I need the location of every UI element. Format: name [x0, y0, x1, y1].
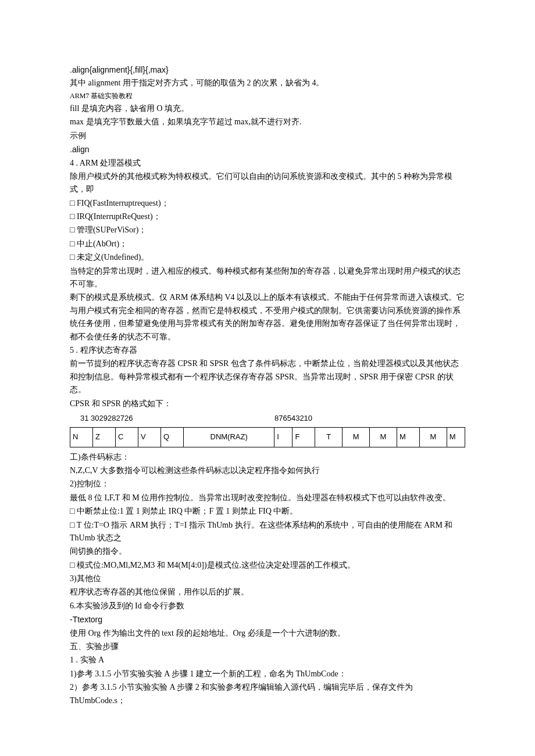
text: 工)条件码标志： [70, 451, 465, 464]
text: CPSR 和 SPSR 的格式如下： [70, 397, 465, 410]
text: 除用户模式外的其他模式称为特权模式。它们可以自由的访问系统资源和改变模式。其中的… [70, 170, 465, 196]
cell-m1: M [370, 427, 397, 447]
list-item: □ 管理(SUPerViSor)； [70, 224, 465, 237]
text: 示例 [70, 130, 465, 142]
text: 当特定的异常出现时，进入相应的模式。每种模式都有某些附加的寄存器，以避免异常出现… [70, 265, 465, 291]
text: 程序状态寄存器的其他位保留，用作以后的扩展。 [70, 586, 465, 599]
text: 剩下的模式是系统模式。仅 ARM 体系结构 V4 以及以上的版本有该模式。不能由… [70, 291, 465, 343]
heading: 5 . 程序状态寄存器 [70, 344, 465, 357]
section-heading: 五、实验步骤 [70, 640, 465, 653]
text: 最低 8 位 I,F,T 和 M 位用作控制位。当异常出现时改变控制位。当处理器… [70, 492, 465, 504]
heading: 1 . 实验 A [70, 654, 465, 667]
text: 2）参考 3.1.5 小节实验实验 A 步骤 2 和实验参考程序编辑输入源代码，… [70, 681, 465, 707]
list-item: □ 中断禁止位:1 置 1 则禁止 IRQ 中断；F 置 1 则禁止 FIQ 中… [70, 505, 465, 518]
cell-c: C [116, 427, 138, 447]
list-item: □ 中止(AbOrt)； [70, 238, 465, 250]
cell-t: T [315, 427, 343, 447]
code-line: .align{alignment}{,fill}{,max} [70, 63, 465, 76]
text: 前一节提到的程序状态寄存器 CPSR 和 SPSR 包含了条件码标志，中断禁止位… [70, 357, 465, 396]
text: 2)控制位： [70, 478, 465, 490]
code-line: -Ttextorg [70, 613, 465, 626]
heading: 4 . ARM 处理器模式 [70, 157, 465, 170]
bits-left: 31 3029282726 [80, 413, 133, 425]
subtitle: ARM7 基础实验教程 [70, 91, 465, 102]
table-header: 31 3029282726 876543210 [70, 413, 465, 425]
list-item: □ IRQ(InterruptReQuest)； [70, 210, 465, 223]
text: fill 是填充内容，缺省用 O 填充。 [70, 102, 465, 115]
cpsr-table: N Z C V Q DNM(RAZ) I F T M M M M M [70, 427, 465, 447]
table-row: N Z C V Q DNM(RAZ) I F T M M M M M [70, 427, 465, 447]
text: 1)参考 3.1.5 小节实验实验 A 步骤 1 建立一个新的工程，命名为 Th… [70, 668, 465, 680]
code-line: .align [70, 143, 465, 156]
text: max 是填充字节数最大值，如果填充字节超过 max,就不进行对齐. [70, 116, 465, 128]
list-item: □ 模式位:MO,Ml,M2,M3 和 M4(M[4:0])是模式位.这些位决定… [70, 559, 465, 572]
cell-dnm: DNM(RAZ) [184, 427, 274, 447]
cell-z: Z [93, 427, 116, 447]
cell-q: Q [161, 427, 184, 447]
bits-right: 876543210 [274, 413, 312, 425]
text: N,Z,C,V 大多数指令可以检测这些条件码标志以决定程序指令如何执行 [70, 464, 465, 477]
text: 3)其他位 [70, 572, 465, 585]
cell-v: V [138, 427, 161, 447]
cell-m2: M [397, 427, 419, 447]
text: 其中 alignment 用于指定对齐方式，可能的取值为 2 的次累，缺省为 4… [70, 77, 465, 89]
list-item: □ 未定义(Undefined)。 [70, 251, 465, 264]
cell-i: I [274, 427, 293, 447]
cell-n: N [70, 427, 93, 447]
list-item: □ FIQ(FastInterruptrequest)； [70, 197, 465, 210]
list-item: □ T 位:T=O 指示 ARM 执行；T=I 指示 ThUmb 执行。在这些体… [70, 519, 465, 545]
text: 使用 Org 作为输出文件的 text 段的起始地址。Org 必须是一个十六进制… [70, 627, 465, 640]
heading: 6.本实验涉及到的 Id 命令行参数 [70, 600, 465, 612]
cell-m4: M [447, 427, 465, 447]
text: 间切换的指令。 [70, 545, 465, 558]
cell-m3: M [419, 427, 447, 447]
cell-m0: M [343, 427, 370, 447]
cell-f: F [293, 427, 315, 447]
